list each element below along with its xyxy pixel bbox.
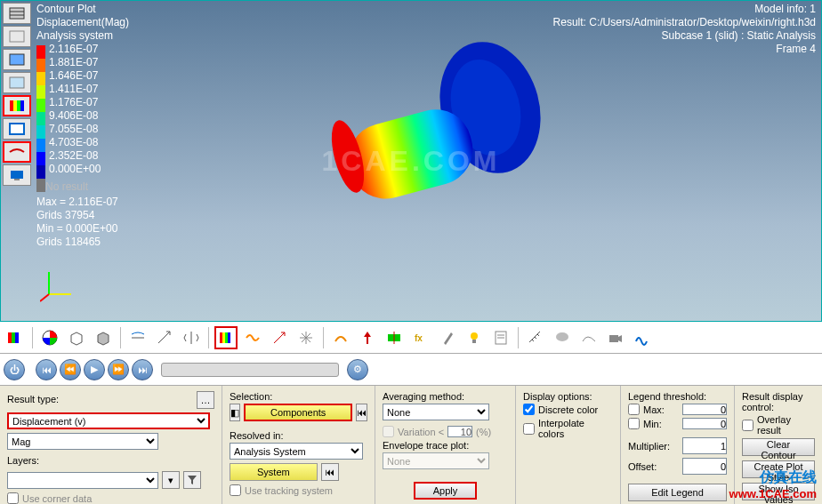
last-icon[interactable]: ⏭ [132,359,153,380]
edit-legend-button[interactable]: Edit Legend [628,484,727,501]
reflect-icon[interactable] [180,326,203,349]
tool-wire-icon[interactable] [3,26,31,47]
torch-icon[interactable] [436,326,459,349]
deformed-icon[interactable] [329,326,352,349]
layers-filter-icon[interactable] [183,471,201,489]
playback-toolbar: ⏻ ⏮ ⏪ ▶ ⏩ ⏭ ⚙ [0,354,822,386]
result-type-label: Result type: [7,394,59,404]
envelope-select[interactable]: None [383,452,489,469]
min-label: Min: [643,419,662,429]
tool-mesh-icon[interactable] [3,3,31,24]
legend-value: 4.703E-08 [49,136,98,148]
layers-expand-icon[interactable]: ▾ [162,471,180,489]
result-type-select[interactable]: Displacement (v) [7,412,210,429]
notes-icon[interactable] [489,326,512,349]
camera-icon[interactable] [604,326,627,349]
svg-rect-6 [10,100,13,111]
first-icon[interactable]: ⏮ [36,359,57,380]
offset-input[interactable] [682,458,727,475]
plot-system: Analysis system [36,29,129,43]
max-grids: Grids 37954 [36,209,118,222]
clear-contour-button[interactable]: Clear Contour [742,438,815,456]
avg-select[interactable]: None [383,404,489,420]
apply-button[interactable]: Apply [414,482,478,500]
svg-rect-5 [10,77,24,88]
display-label: Display options: [523,391,613,402]
scale-icon[interactable] [153,326,176,349]
mult-input[interactable] [682,437,727,454]
cube-icon[interactable] [65,326,88,349]
offset-label: Offset: [628,461,657,472]
svg-rect-0 [10,8,24,19]
svg-rect-21 [12,332,15,343]
display-panel: Display options: Discrete color Interpol… [516,386,621,504]
icon-toolbar: fx [0,322,822,354]
result-browse-icon[interactable]: … [197,391,214,409]
component-select[interactable]: Mag [7,433,158,450]
vector-icon[interactable] [268,326,291,349]
interpolate-checkbox[interactable] [523,423,535,435]
svg-rect-26 [225,332,228,343]
svg-rect-24 [220,332,222,343]
tracking-checkbox[interactable] [230,484,241,496]
color-icon[interactable] [38,326,61,349]
section-icon[interactable] [383,326,406,349]
svg-rect-4 [10,54,24,65]
trace-icon[interactable] [631,326,654,349]
legend-value: 1.411E-07 [49,83,98,95]
tool-monitor-icon[interactable] [3,164,31,186]
power-icon[interactable]: ⏻ [4,359,25,380]
tool-contour-icon[interactable] [3,95,31,116]
tool-shaded-icon[interactable] [3,49,31,70]
variation-label: Variation < [398,427,444,437]
interpolate-label: Interpolate colors [538,418,613,439]
time-slider[interactable] [161,363,339,377]
tool-feature-icon[interactable] [3,141,31,163]
contour-on-icon[interactable] [214,326,238,349]
system-button[interactable]: System [230,463,318,481]
tensor-icon[interactable] [294,326,318,349]
deform-icon[interactable] [126,326,149,349]
contour-panel-icon[interactable] [4,326,27,349]
path-icon[interactable] [577,326,600,349]
svg-rect-10 [10,124,24,134]
layers-select[interactable] [7,472,158,489]
viewport-3d[interactable]: Contour Plot Displacement(Mag) Analysis … [0,0,822,322]
max-input[interactable] [682,404,727,415]
sel-pick-icon[interactable]: ◧ [230,404,240,421]
tool-edge-icon[interactable] [3,118,31,140]
cube2-icon[interactable] [92,326,115,349]
overlay-top-right: Model info: 1 Result: C:/Users/Administr… [553,3,816,56]
fx-icon[interactable]: fx [409,326,432,349]
resolved-select[interactable]: Analysis System [230,443,363,460]
play-icon[interactable]: ▶ [84,359,105,380]
control-panels: Result type:… Displacement (v) Mag Layer… [0,386,822,504]
light-icon[interactable] [463,326,486,349]
corner-data-checkbox[interactable] [7,492,19,504]
min-input[interactable] [682,418,727,429]
min-checkbox[interactable] [628,418,640,429]
svg-rect-27 [228,332,230,343]
result-type-panel: Result type:… Displacement (v) Mag Layer… [0,386,222,504]
measure-icon[interactable] [524,326,547,349]
marker-icon[interactable] [356,326,379,349]
overlay-checkbox[interactable] [742,420,754,431]
discrete-checkbox[interactable] [523,404,535,415]
chat-icon[interactable] [551,326,574,349]
settings-icon[interactable]: ⚙ [347,359,368,380]
selection-label: Selection: [230,391,367,402]
svg-rect-20 [8,332,12,343]
forward-icon[interactable]: ⏩ [108,359,129,380]
iso-icon[interactable] [241,326,264,349]
rewind-icon[interactable]: ⏪ [60,359,81,380]
sys-rewind-icon[interactable]: ⏮ [321,463,339,481]
result-display-label: Result display control: [742,391,815,412]
legend-value: 2.116E-07 [49,43,98,55]
components-button[interactable]: Components [244,404,352,421]
max-checkbox[interactable] [628,404,640,415]
sel-rewind-icon[interactable]: ⏮ [356,404,367,421]
tool-transparent-icon[interactable] [3,72,31,93]
svg-text:fx: fx [415,333,423,343]
svg-rect-11 [11,171,23,179]
svg-rect-38 [609,335,618,342]
